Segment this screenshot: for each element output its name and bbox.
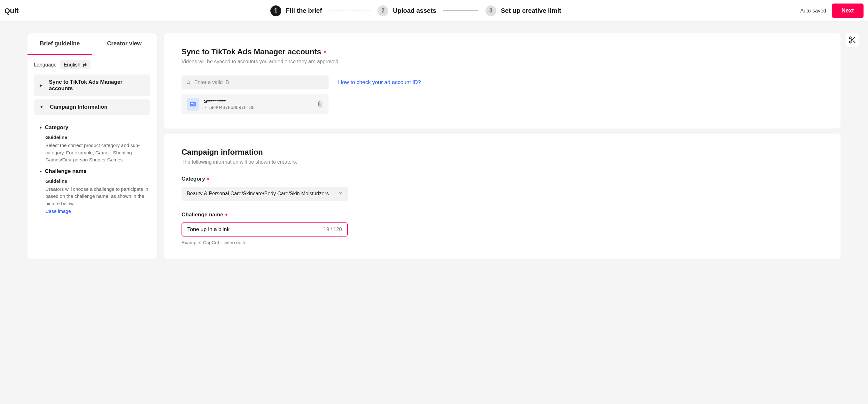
sync-subtitle: Videos will be synced to accounts you ad… (182, 59, 823, 65)
svg-rect-9 (193, 103, 195, 103)
panel-sync: Sync to TikTok Ads Manager accounts • Vi… (164, 33, 840, 128)
category-select[interactable]: Beauty & Personal Care/Skincare/Body Car… (182, 187, 348, 201)
svg-line-4 (851, 39, 852, 40)
sidebar: Brief guideline Creator view Language En… (28, 33, 157, 259)
header-right: Auto-saved Next (800, 3, 864, 18)
delete-account-button[interactable] (317, 100, 323, 108)
next-button[interactable]: Next (832, 3, 864, 18)
language-row: Language English ⇄ (34, 55, 150, 74)
sidebar-tabs: Brief guideline Creator view (28, 33, 157, 55)
autosave-label: Auto-saved (800, 8, 826, 14)
ad-account-help-link[interactable]: How to check your ad account ID? (338, 79, 421, 86)
language-selector[interactable]: English ⇄ (60, 60, 90, 69)
step-2[interactable]: 2 Upload assets (377, 5, 436, 16)
guideline-challenge-title: Challenge name (45, 168, 86, 175)
language-value: English (64, 62, 80, 68)
guideline-content: • Category Guideline Select the correct … (34, 118, 150, 217)
header: Quit 1 Fill the brief 2 Upload assets 3 … (0, 0, 868, 22)
step-label: Set up creative limit (501, 7, 561, 14)
account-card: S********** 7158404378636976130 (182, 94, 329, 115)
step-number: 1 (270, 5, 281, 16)
nav-title: Campaign Information (50, 104, 107, 110)
account-icon (187, 98, 199, 111)
step-separator (329, 10, 370, 11)
guideline-category-title: Category (45, 124, 68, 131)
challenge-example: Example: CapCut - video editor (182, 240, 823, 245)
trash-icon (317, 100, 323, 107)
sidebar-item-campaign[interactable]: ▼ Campaign Information (34, 99, 150, 115)
guideline-subheading: Guideline (45, 178, 150, 184)
step-3[interactable]: 3 Set up creative limit (486, 5, 561, 16)
challenge-name-input[interactable] (187, 226, 323, 233)
step-label: Fill the brief (286, 7, 322, 14)
caret-right-icon: ▶ (40, 83, 42, 88)
category-label: Category (182, 176, 205, 182)
swap-icon: ⇄ (83, 62, 87, 68)
step-label: Upload assets (393, 7, 436, 14)
nav-title: Sync to TikTok Ads Manager accounts (49, 79, 145, 92)
step-1[interactable]: 1 Fill the brief (270, 5, 322, 16)
scissors-button[interactable] (846, 33, 859, 46)
tab-creator-view[interactable]: Creator view (92, 33, 157, 55)
panel-campaign: Campaign information The following infor… (164, 134, 840, 259)
bullet-icon: • (40, 169, 41, 175)
step-number: 2 (377, 5, 388, 16)
campaign-title: Campaign information (182, 148, 263, 157)
challenge-name-field[interactable]: 19 / 120 (182, 222, 348, 237)
svg-rect-10 (193, 104, 195, 104)
category-value: Beauty & Personal Care/Skincare/Body Car… (187, 191, 329, 196)
chevron-down-icon (338, 191, 343, 196)
scissors-icon (848, 36, 857, 44)
language-label: Language (34, 62, 57, 68)
account-id: 7158404378636976130 (204, 104, 313, 110)
quit-button[interactable]: Quit (4, 7, 19, 15)
account-id-search[interactable] (182, 75, 329, 90)
guideline-challenge-body: Creators will choose a challenge to part… (45, 186, 150, 208)
svg-point-5 (187, 81, 190, 84)
sync-title: Sync to TikTok Ads Manager accounts (182, 47, 321, 56)
account-name: S********** (204, 98, 313, 104)
case-image-link[interactable]: Case image (45, 208, 150, 215)
svg-line-3 (853, 41, 855, 43)
step-separator (443, 10, 478, 11)
stepper: 1 Fill the brief 2 Upload assets 3 Set u… (31, 5, 800, 16)
sidebar-item-sync[interactable]: ▶ Sync to TikTok Ads Manager accounts (34, 74, 150, 96)
svg-rect-8 (191, 103, 193, 104)
caret-down-icon: ▼ (40, 105, 43, 109)
step-number: 3 (486, 5, 496, 16)
char-count: 19 / 120 (323, 227, 342, 232)
guideline-category-body: Select the correct product category and … (45, 142, 150, 164)
bullet-icon: • (40, 125, 41, 131)
account-id-input[interactable] (194, 80, 324, 85)
campaign-subtitle: The following information will be shown … (182, 159, 823, 165)
search-icon (186, 80, 191, 85)
svg-line-6 (189, 84, 190, 84)
tab-brief-guideline[interactable]: Brief guideline (28, 33, 92, 55)
guideline-subheading: Guideline (45, 134, 150, 140)
challenge-name-label: Challenge name (182, 212, 223, 218)
